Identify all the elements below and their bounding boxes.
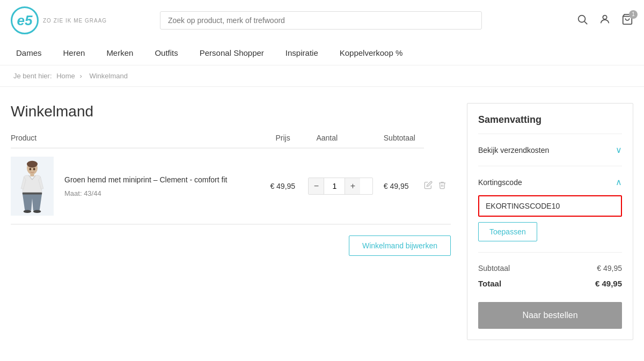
logo-tagline: ZO ZIE IK ME GRAAG (43, 18, 107, 24)
nav-koppelverkoop[interactable]: Koppelverkoop % (340, 48, 403, 57)
subtotal-value: € 49,95 (597, 264, 622, 272)
svg-point-8 (24, 210, 32, 213)
summary-totals: Subtotaal € 49,95 Totaal € 49,95 (478, 261, 622, 291)
table-row: Groen hemd met miniprint – Clement - com… (11, 148, 451, 224)
total-row: Totaal € 49,95 (478, 276, 622, 291)
subtotal-row: Subtotaal € 49,95 (478, 261, 622, 276)
svg-point-0 (579, 15, 586, 22)
breadcrumb-prefix: Je bent hier: (13, 72, 54, 80)
order-button[interactable]: Naar bestellen (478, 302, 622, 329)
col-header-aantal: Aantal (300, 134, 372, 148)
nav-merken[interactable]: Merken (106, 48, 133, 57)
quantity-input[interactable] (324, 178, 345, 194)
product-name: Groen hemd met miniprint – Clement - com… (64, 175, 227, 186)
cart-icon[interactable]: 1 (621, 13, 633, 28)
summary-panel: Samenvatting Bekijk verzendkosten ∨ Kort… (467, 103, 633, 340)
nav-heren[interactable]: Heren (63, 48, 85, 57)
breadcrumb-separator: › (79, 72, 84, 80)
discount-row[interactable]: Kortingscode ∧ (478, 172, 622, 193)
cart-table: Product Prijs Aantal Subtotaal (11, 134, 451, 224)
search-input[interactable] (160, 11, 482, 30)
col-header-product: Product (11, 134, 270, 148)
account-icon[interactable] (599, 13, 611, 28)
nav-inspiratie[interactable]: Inspiratie (286, 48, 318, 57)
summary-title: Samenvatting (478, 114, 622, 126)
shipping-chevron-icon: ∨ (616, 145, 622, 155)
quantity-increase-button[interactable]: + (345, 178, 360, 194)
quantity-control: − + (308, 178, 372, 195)
action-icons (424, 181, 451, 191)
breadcrumb-home[interactable]: Home (56, 72, 75, 80)
nav-outfits[interactable]: Outfits (155, 48, 178, 57)
product-subtotal: € 49,95 (373, 148, 424, 224)
svg-point-11 (33, 168, 35, 171)
product-image (11, 157, 54, 216)
search-icon[interactable] (576, 13, 588, 28)
cart-actions: Winkelmand bijwerken (11, 224, 451, 256)
nav-personal-shopper[interactable]: Personal Shopper (200, 48, 264, 57)
discount-label: Kortingscode (478, 178, 522, 187)
total-label: Totaal (478, 279, 501, 288)
apply-discount-button[interactable]: Toepassen (478, 222, 537, 241)
svg-line-1 (584, 21, 587, 24)
discount-code-section: Toepassen (478, 195, 622, 241)
shipping-row[interactable]: Bekijk verzendkosten ∨ (478, 139, 622, 160)
subtotal-label: Subtotaal (478, 264, 510, 272)
update-cart-button[interactable]: Winkelmand bijwerken (349, 235, 451, 256)
breadcrumb: Je bent hier: Home › Winkelmand (0, 65, 644, 87)
product-info: Groen hemd met miniprint – Clement - com… (64, 175, 227, 197)
discount-chevron-icon: ∧ (616, 177, 622, 187)
delete-icon[interactable] (438, 181, 447, 191)
edit-icon[interactable] (424, 181, 433, 191)
nav-dames[interactable]: Dames (16, 48, 42, 57)
svg-point-9 (33, 210, 41, 213)
product-size: Maat: 43/44 (64, 189, 101, 197)
main-nav: Dames Heren Merken Outfits Personal Shop… (11, 41, 633, 65)
svg-point-10 (30, 168, 32, 171)
shipping-label: Bekijk verzendkosten (478, 146, 549, 154)
quantity-decrease-button[interactable]: − (309, 178, 324, 194)
svg-rect-6 (30, 173, 34, 176)
breadcrumb-current: Winkelmand (89, 72, 128, 80)
svg-point-5 (27, 161, 38, 168)
product-price: € 49,95 (270, 148, 300, 224)
col-header-subtotaal: Subtotaal (373, 134, 424, 148)
col-header-prijs: Prijs (270, 134, 300, 148)
page-title: Winkelmand (11, 103, 451, 120)
product-cell: Groen hemd met miniprint – Clement - com… (11, 157, 270, 216)
logo[interactable]: e5 ZO ZIE IK ME GRAAG (11, 6, 107, 34)
total-value: € 49,95 (595, 279, 622, 288)
cart-badge: 1 (629, 10, 638, 19)
svg-point-2 (603, 15, 606, 19)
discount-code-input[interactable] (478, 195, 622, 217)
logo-circle: e5 (11, 6, 39, 34)
svg-rect-7 (23, 193, 42, 195)
